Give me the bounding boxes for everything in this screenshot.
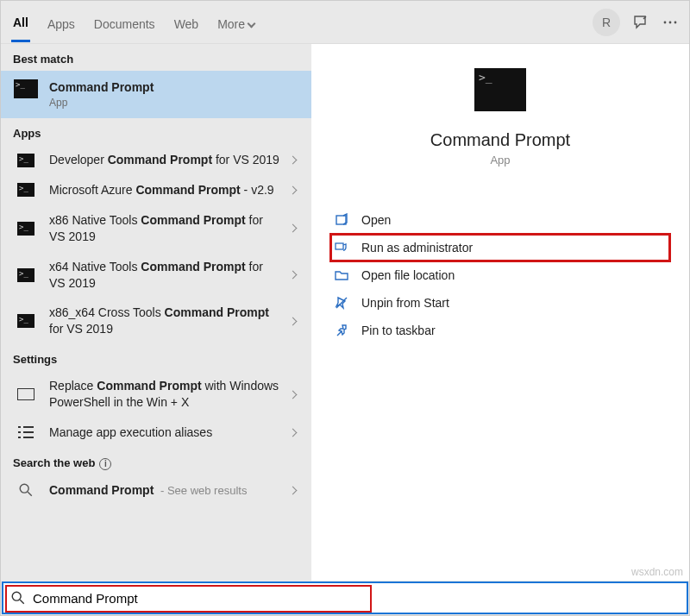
svg-point-6 [12,592,21,600]
action-unpin-start[interactable]: Unpin from Start [330,289,670,317]
app-result[interactable]: x64 Native Tools Command Prompt for VS 2… [1,252,311,299]
tab-apps[interactable]: Apps [46,3,77,41]
chevron-right-icon[interactable] [289,224,298,233]
pin-icon [334,324,349,337]
chevron-right-icon[interactable] [289,317,298,325]
chevron-right-icon[interactable] [289,486,298,494]
app-result[interactable]: x86_x64 Cross Tools Command Prompt for V… [1,298,311,344]
setting-result[interactable]: Replace Command Prompt with Windows Powe… [1,371,311,418]
preview-app-icon [474,68,526,111]
unpin-icon [334,296,349,310]
chevron-right-icon[interactable] [289,185,298,194]
open-icon [334,213,349,227]
section-apps: Apps [1,118,311,145]
admin-shield-icon [334,241,349,255]
preview-type: App [490,154,510,167]
cmd-icon [17,154,34,167]
chevron-right-icon[interactable] [289,390,298,399]
svg-point-3 [20,485,28,493]
tab-all[interactable]: All [11,2,30,42]
tab-more[interactable]: More [216,3,256,41]
user-avatar[interactable]: R [593,9,620,36]
filter-tabbar: All Apps Documents Web More R [1,1,689,44]
preview-title: Command Prompt [430,130,570,150]
web-result[interactable]: Command Prompt - See web results [1,475,311,506]
chevron-right-icon[interactable] [289,428,298,437]
watermark-text: wsxdn.com [631,566,683,578]
app-result[interactable]: x86 Native Tools Command Prompt for VS 2… [1,205,311,252]
svg-point-1 [669,21,672,23]
tab-documents[interactable]: Documents [92,3,157,41]
cmd-icon [17,183,34,197]
info-icon[interactable]: i [99,458,111,470]
action-pin-taskbar[interactable]: Pin to taskbar [330,317,670,344]
section-search-web: Search the webi [1,448,311,475]
preview-pane: Command Prompt App Open Run as administr… [311,44,689,581]
chevron-right-icon[interactable] [289,271,298,280]
svg-rect-5 [336,243,343,249]
results-list: Best match Command Prompt App Apps Devel… [1,44,311,581]
search-box[interactable] [2,581,688,614]
search-input[interactable] [33,591,680,606]
best-match-item[interactable]: Command Prompt App [1,71,311,118]
tab-web[interactable]: Web [172,3,201,41]
best-match-type: App [49,96,299,110]
section-settings: Settings [1,344,311,371]
svg-point-2 [674,21,677,23]
action-open[interactable]: Open [330,206,670,234]
action-open-location[interactable]: Open file location [330,261,670,289]
setting-result[interactable]: Manage app execution aliases [1,418,311,448]
search-icon [13,482,39,498]
search-icon [10,590,26,606]
feedback-icon[interactable] [632,14,649,31]
setting-window-icon [17,388,34,400]
alias-list-icon [18,426,34,438]
windows-search-panel: All Apps Documents Web More R Best match… [0,0,690,616]
folder-icon [334,268,349,282]
best-match-title: Command Prompt [49,79,299,96]
chevron-down-icon [248,19,256,28]
app-result[interactable]: Microsoft Azure Command Prompt - v2.9 [1,175,311,205]
cmd-icon [17,314,34,328]
cmd-icon [14,79,38,98]
more-options-icon[interactable] [662,14,679,31]
section-best-match: Best match [1,44,311,71]
app-result[interactable]: Developer Command Prompt for VS 2019 [1,145,311,175]
svg-rect-4 [336,216,346,224]
cmd-icon [17,268,34,282]
svg-point-0 [664,21,667,23]
cmd-icon [17,222,34,236]
chevron-right-icon[interactable] [289,156,298,165]
action-run-admin[interactable]: Run as administrator [330,234,670,261]
